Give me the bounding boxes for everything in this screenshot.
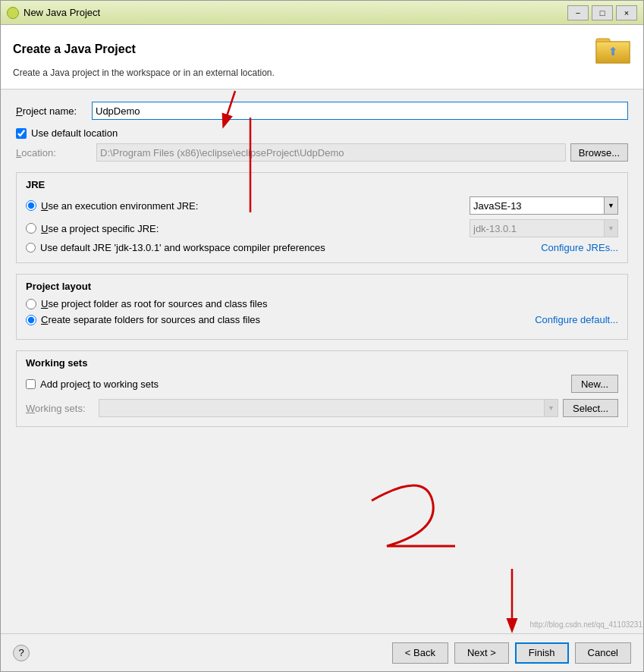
layout-radio2-row: Create separate folders for sources and … — [26, 314, 618, 325]
title-bar-left: New Java Project — [7, 7, 100, 19]
watermark: http://blog.csdn.net/qq_41103231 — [529, 619, 644, 630]
jre-radio3-row: Use default JRE 'jdk-13.0.1' and workspa… — [26, 242, 618, 253]
layout-root-radio[interactable] — [26, 299, 36, 309]
project-name-row: Project name: — [16, 102, 628, 120]
location-label: Location: — [16, 147, 92, 159]
title-bar: New Java Project − □ × — [1, 1, 643, 25]
project-layout-title: Project layout — [26, 281, 618, 292]
project-name-label: Project name: — [16, 105, 92, 117]
configure-default-link[interactable]: Configure default... — [535, 314, 618, 325]
add-to-working-sets-label[interactable]: Add project to working sets — [40, 378, 159, 390]
working-sets-input-row: Working sets: ▼ Select... — [26, 399, 618, 417]
next-button[interactable]: Next > — [454, 642, 509, 664]
jre-env-label[interactable]: Use an execution environment JRE: — [41, 200, 465, 212]
folder-icon: ⬆ — [595, 34, 631, 64]
use-default-location-row: Use default location — [16, 127, 628, 139]
layout-separate-label[interactable]: Create separate folders for sources and … — [41, 314, 530, 325]
finish-button[interactable]: Finish — [515, 642, 569, 664]
working-sets-section: Working sets Add project to working sets… — [16, 350, 628, 427]
select-working-sets-button[interactable]: Select... — [563, 399, 618, 417]
working-sets-combo: ▼ — [99, 399, 558, 417]
window-title: New Java Project — [24, 7, 100, 18]
close-button[interactable]: × — [616, 5, 637, 20]
jre-radio2-row: Use a project specific JRE: ▼ — [26, 219, 618, 237]
java-icon — [7, 7, 19, 19]
working-sets-dropdown-arrow: ▼ — [544, 400, 558, 416]
working-sets-title: Working sets — [26, 357, 618, 369]
header-section: Create a Java Project — [1, 25, 643, 89]
jre-specific-radio[interactable] — [26, 223, 36, 234]
jre-specific-label[interactable]: Use a project specific JRE: — [41, 223, 465, 234]
browse-button[interactable]: Browse... — [570, 143, 628, 162]
jre-default-label[interactable]: Use default JRE 'jdk-13.0.1' and workspa… — [40, 242, 541, 253]
working-sets-label: Working sets: — [26, 403, 94, 414]
page-title: Create a Java Project — [13, 42, 136, 56]
location-value: D:\Program Files (x86)\eclipse\eclipsePr… — [96, 143, 566, 162]
jre-specific-combo: ▼ — [470, 219, 618, 237]
footer-button-group: < Back Next > Finish Cancel — [392, 642, 631, 664]
working-sets-checkbox-row: Add project to working sets New... — [26, 375, 618, 393]
new-working-set-button[interactable]: New... — [571, 375, 618, 393]
jre-env-combo[interactable]: ▼ — [470, 196, 618, 215]
window-controls: − □ × — [567, 5, 637, 20]
jre-specific-dropdown-arrow: ▼ — [604, 220, 617, 237]
cancel-button[interactable]: Cancel — [575, 642, 631, 664]
back-button[interactable]: < Back — [392, 642, 448, 664]
page-subtitle: Create a Java project in the workspace o… — [13, 68, 631, 78]
configure-jres-link[interactable]: Configure JREs... — [541, 242, 618, 253]
dialog-footer: ? < Back Next > Finish Cancel — [1, 633, 643, 671]
project-name-input[interactable] — [92, 102, 628, 120]
jre-specific-input — [470, 223, 604, 234]
use-default-location-checkbox[interactable] — [16, 128, 27, 139]
jre-radio1-row: Use an execution environment JRE: ▼ — [26, 196, 618, 215]
project-layout-section: Project layout Use project folder as roo… — [16, 274, 628, 340]
jre-section: JRE Use an execution environment JRE: ▼ — [16, 172, 628, 263]
jre-env-dropdown-arrow[interactable]: ▼ — [604, 197, 617, 214]
jre-env-input[interactable] — [470, 200, 604, 212]
layout-radio1-row: Use project folder as root for sources a… — [26, 298, 618, 309]
add-to-working-sets-checkbox[interactable] — [26, 379, 36, 389]
maximize-button[interactable]: □ — [592, 5, 613, 20]
location-row: Location: D:\Program Files (x86)\eclipse… — [16, 143, 628, 162]
help-button[interactable]: ? — [13, 645, 30, 661]
use-default-location-label[interactable]: Use default location — [31, 127, 118, 139]
jre-env-radio[interactable] — [26, 200, 36, 211]
jre-section-title: JRE — [26, 179, 618, 190]
minimize-button[interactable]: − — [567, 5, 589, 20]
main-content: Project name: Use default location Locat… — [1, 89, 643, 633]
layout-root-label[interactable]: Use project folder as root for sources a… — [41, 298, 267, 309]
svg-text:⬆: ⬆ — [608, 46, 617, 58]
working-sets-input — [99, 403, 544, 414]
layout-separate-radio[interactable] — [26, 315, 36, 325]
header-title-row: Create a Java Project — [13, 34, 631, 64]
jre-default-radio[interactable] — [26, 243, 36, 253]
